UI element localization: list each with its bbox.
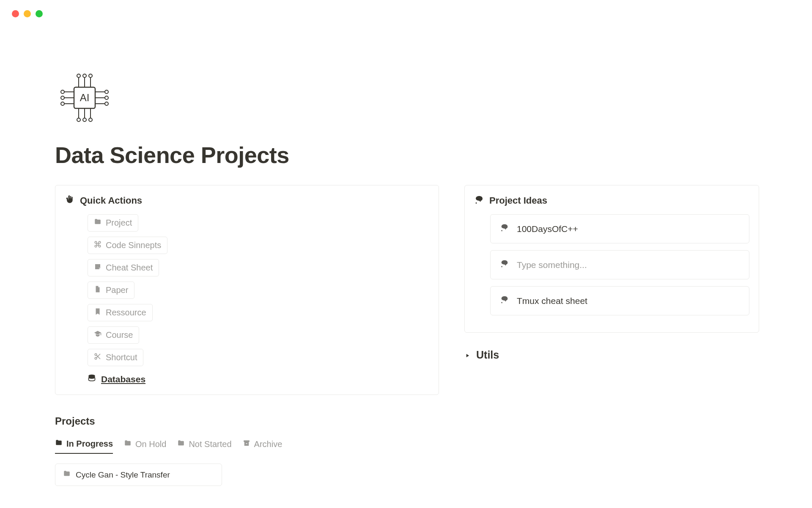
hand-pointer-icon [65,195,75,207]
thought-bubble-icon [474,195,484,207]
thought-bubble-icon [500,223,509,235]
action-label: Ressource [106,308,146,318]
folder-icon [55,439,63,449]
action-cheat-sheet[interactable]: Cheat Sheet [88,259,159,276]
svg-point-27 [95,357,97,359]
svg-point-21 [105,90,108,94]
folder-icon [94,218,102,228]
quick-actions-title: Quick Actions [80,195,142,206]
action-label: Paper [106,285,128,295]
svg-point-17 [61,96,64,99]
svg-point-13 [89,118,92,121]
tab-archive[interactable]: Archive [243,439,283,453]
svg-point-11 [83,118,86,121]
thought-bubble-icon [500,295,509,306]
action-label: Code Sinnepts [106,240,161,250]
svg-rect-31 [244,440,250,442]
idea-item[interactable]: Tmux cheat sheet [490,286,749,315]
action-ressource[interactable]: Ressource [88,304,153,321]
archive-icon [243,439,250,449]
action-label: Cheat Sheet [106,263,153,273]
idea-item[interactable]: 100DaysOfC++ [490,214,749,243]
svg-text:AI: AI [80,92,90,103]
action-label: Course [106,330,133,340]
action-shortcut[interactable]: Shortcut [88,349,143,366]
command-icon [94,240,102,250]
tab-label: Not Started [189,439,231,449]
folder-icon [177,439,185,449]
action-paper[interactable]: Paper [88,282,134,299]
svg-point-19 [61,102,64,105]
svg-point-7 [89,74,92,77]
idea-label: Tmux cheat sheet [517,296,587,306]
quick-actions-card: Quick Actions Project Code Sinnepts Chea… [55,185,439,395]
project-card[interactable]: Cycle Gan - Style Transfer [55,464,222,486]
project-ideas-card: Project Ideas 100DaysOfC++ Type somethin… [464,185,759,333]
page-icon-ai-chip[interactable]: AI [55,68,757,129]
project-ideas-title: Project Ideas [489,195,547,206]
svg-point-5 [83,74,86,77]
database-icon [88,374,96,384]
page-title: Data Science Projects [55,142,757,168]
svg-point-9 [77,118,80,121]
minimize-window-button[interactable] [24,10,31,17]
project-card-label: Cycle Gan - Style Transfer [76,470,170,480]
action-course[interactable]: Course [88,326,139,344]
tab-label: On Hold [135,439,166,449]
maximize-window-button[interactable] [36,10,43,17]
close-window-button[interactable] [12,10,19,17]
action-label: Project [106,218,132,228]
idea-placeholder: Type something... [517,260,587,270]
svg-point-15 [61,90,64,94]
folder-icon [124,439,132,449]
projects-tabs: In Progress On Hold Not Started Archive [55,439,439,454]
svg-point-23 [105,96,108,99]
thought-bubble-icon [500,259,509,271]
idea-label: 100DaysOfC++ [517,224,578,234]
window-controls [0,0,812,17]
action-project[interactable]: Project [88,214,138,232]
svg-point-3 [77,74,80,77]
databases-label: Databases [101,374,145,384]
utils-toggle[interactable]: Utils [464,349,759,361]
tab-label: Archive [254,439,283,449]
action-label: Shortcut [106,353,137,362]
folder-icon [63,470,71,480]
utils-label: Utils [476,349,499,361]
tab-label: In Progress [66,439,113,449]
page-icon [94,285,102,295]
svg-point-26 [95,353,97,356]
action-code-snippets[interactable]: Code Sinnepts [88,237,167,254]
tab-on-hold[interactable]: On Hold [124,439,166,453]
scissors-icon [94,353,102,362]
databases-link[interactable]: Databases [88,374,429,384]
triangle-right-icon [464,349,470,361]
idea-item-empty[interactable]: Type something... [490,250,749,279]
bookmark-icon [94,308,102,318]
note-icon [94,263,102,273]
tab-not-started[interactable]: Not Started [177,439,231,453]
graduation-cap-icon [94,330,102,340]
tab-in-progress[interactable]: In Progress [55,439,113,454]
svg-point-25 [105,102,108,105]
projects-section-title: Projects [55,415,439,427]
